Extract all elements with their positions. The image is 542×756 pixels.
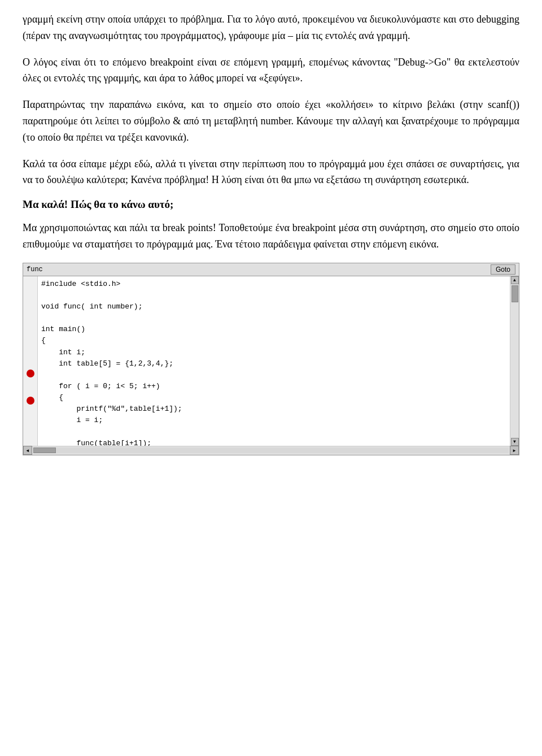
scroll-down-button[interactable]: ▼ (511, 438, 519, 446)
gutter-line (27, 324, 34, 333)
breakpoint-dot (27, 397, 34, 405)
gutter-line (27, 441, 34, 446)
code-line: for ( i = 0; i< 5; i++) (41, 382, 160, 390)
code-line: printf("%d",table[i+1]); (41, 405, 182, 413)
gutter-line (27, 351, 34, 360)
gutter-line (27, 378, 34, 387)
paragraph-1: γραμμή εκείνη στην οποία υπάρχει το πρόβ… (23, 11, 519, 44)
paragraph-2: Ο λόγος είναι ότι το επόμενο breakpoint … (23, 54, 519, 87)
gutter-line (27, 288, 34, 297)
gutter-line (27, 333, 34, 342)
code-line: int i; (41, 348, 85, 357)
gutter-line (27, 306, 34, 315)
horizontal-scrollbar: ◄ ► (23, 446, 519, 455)
gutter-line (27, 432, 34, 441)
code-body: #include <stdio.h> void func( int number… (23, 276, 519, 446)
goto-button[interactable]: Goto (491, 264, 515, 275)
code-line: { (41, 393, 63, 402)
gutter-line (27, 396, 34, 405)
code-line: { (41, 336, 46, 345)
gutter-line (27, 360, 34, 369)
breakpoint-dot (27, 370, 34, 377)
code-filename: func (27, 266, 43, 273)
gutter-line (27, 297, 34, 306)
scroll-up-button[interactable]: ▲ (511, 276, 519, 284)
gutter-line (27, 405, 34, 414)
gutter-line (27, 279, 34, 288)
code-line: func(table[i+1]); (41, 439, 151, 446)
gutter-line (27, 423, 34, 432)
scroll-track (33, 447, 509, 453)
code-line: #include <stdio.h> (41, 280, 120, 288)
vertical-scrollbar: ▲ ▼ (510, 276, 519, 446)
scroll-right-button[interactable]: ► (510, 446, 519, 455)
scroll-left-button[interactable]: ◄ (23, 446, 32, 455)
section-heading: Μα καλά! Πώς θα το κάνω αυτό; (23, 198, 519, 211)
code-toolbar: func Goto (23, 263, 519, 276)
code-line: int table[5] = {1,2,3,4,}; (41, 359, 173, 368)
code-line: int main() (41, 325, 85, 333)
gutter-line (27, 414, 34, 423)
code-line: i = i; (41, 416, 103, 424)
scroll-thumb[interactable] (512, 285, 518, 302)
scroll-thumb-horizontal[interactable] (33, 447, 56, 453)
gutter-line (27, 387, 34, 396)
paragraph-3: Παρατηρώντας την παραπάνω εικόνα, και το… (23, 97, 519, 145)
paragraph-5: Μα χρησιμοποιώντας και πάλι τα break poi… (23, 220, 519, 253)
code-gutter (23, 276, 38, 446)
code-line: void func( int number); (41, 302, 142, 311)
paragraph-4: Καλά τα όσα είπαμε μέχρι εδώ, αλλά τι γί… (23, 156, 519, 189)
code-lines[interactable]: #include <stdio.h> void func( int number… (38, 276, 510, 446)
gutter-line (27, 342, 34, 351)
gutter-line (27, 315, 34, 324)
code-editor: func Goto #include <stdio.h> void func( … (23, 263, 519, 455)
gutter-line (27, 369, 34, 378)
